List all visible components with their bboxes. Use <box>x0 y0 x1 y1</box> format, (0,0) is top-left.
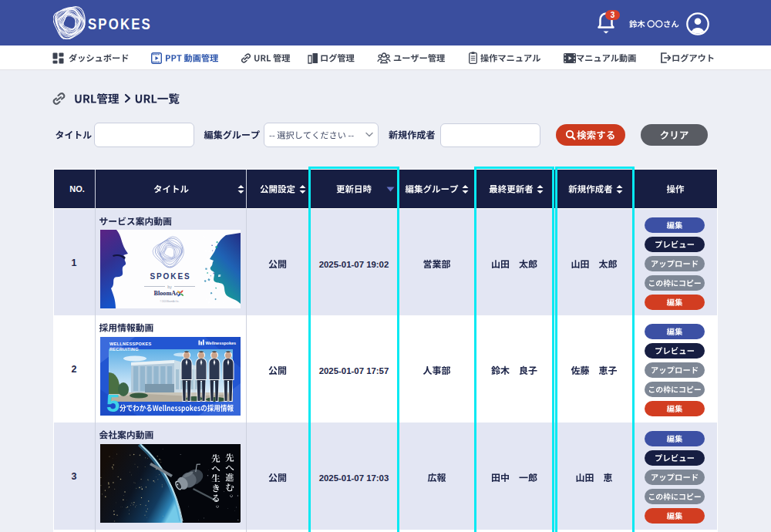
svg-text:WELLNESSPOKES: WELLNESSPOKES <box>109 342 152 346</box>
svg-text:SPOKES: SPOKES <box>150 272 190 281</box>
svg-text:5: 5 <box>106 390 120 416</box>
svg-text:RECRUITING: RECRUITING <box>109 347 139 352</box>
svg-text:Wellnesspokes: Wellnesspokes <box>206 341 237 345</box>
svg-text:BloomAct: BloomAct <box>153 290 180 297</box>
svg-text:© 2024 BloomAct Inc.: © 2024 BloomAct Inc. <box>160 300 179 303</box>
svg-text:by: by <box>167 285 172 289</box>
